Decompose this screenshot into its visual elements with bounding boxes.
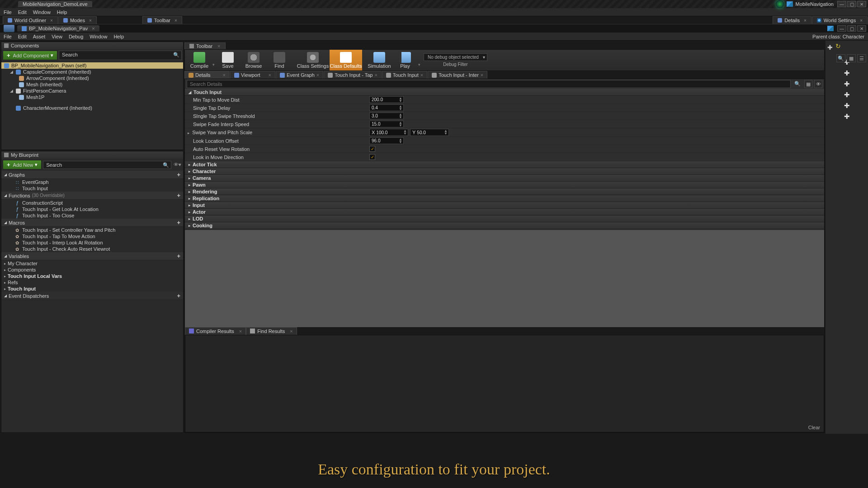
debug-object-dropdown[interactable]: No debug object selected xyxy=(424,53,487,61)
bp-search-button[interactable]: 🔍 xyxy=(836,54,845,62)
level-document-tab[interactable]: MobileNavigation_DemoLeve xyxy=(18,1,92,7)
menu-file[interactable]: File xyxy=(4,9,12,15)
matrix-view-button[interactable]: ▦ xyxy=(804,80,812,88)
my-blueprint-header[interactable]: My Blueprint xyxy=(1,151,183,159)
variable-category[interactable]: Components xyxy=(1,267,183,273)
macro-item[interactable]: ✿Touch Input - Tap To Move Action xyxy=(1,233,183,239)
add-new-button[interactable]: Add New ▾ xyxy=(3,160,42,169)
graph-item[interactable]: ∷EventGraph xyxy=(1,179,183,185)
macro-item[interactable]: ✿Touch Input - Interp Look At Rotation xyxy=(1,239,183,246)
bp-grid-view-button[interactable]: ▦ xyxy=(847,54,856,62)
tab-details[interactable]: Details× xyxy=(773,16,811,24)
tab-touch-input[interactable]: Touch Input× xyxy=(382,71,427,79)
checkbox[interactable] xyxy=(369,146,375,152)
add-component-button[interactable]: Add Component ▾ xyxy=(3,51,57,60)
add-button[interactable]: ✚ xyxy=(827,44,833,51)
menu-window[interactable]: Window xyxy=(33,9,51,15)
component-item[interactable]: ◢CharacterMovement (Inherited) xyxy=(1,105,183,111)
details-search-input[interactable] xyxy=(187,80,791,88)
category-variables[interactable]: Variables+ xyxy=(1,252,183,260)
tab-modes[interactable]: Modes× xyxy=(58,16,97,24)
variable-category[interactable]: Touch Input xyxy=(1,286,183,292)
component-item[interactable]: ◢FirstPersonCamera xyxy=(1,88,183,94)
category-character[interactable]: Character xyxy=(185,168,824,175)
eye-button[interactable]: 👁 xyxy=(814,80,822,88)
category-macros[interactable]: Macros+ xyxy=(1,219,183,227)
components-header[interactable]: Components xyxy=(1,42,183,49)
play-dropdown[interactable]: ▾ xyxy=(418,62,420,67)
close-icon[interactable]: × xyxy=(481,72,483,78)
macro-item[interactable]: ✿Touch Input - Set Controller Yaw and Pi… xyxy=(1,227,183,233)
add-dispatcher-button[interactable]: + xyxy=(177,292,180,299)
refresh-icon[interactable]: ↻ xyxy=(835,42,841,52)
close-icon[interactable]: × xyxy=(420,72,423,78)
category-graphs[interactable]: Graphs+ xyxy=(1,171,183,179)
flag-icon[interactable] xyxy=(827,26,834,31)
bp-menu-edit[interactable]: Edit xyxy=(18,34,27,39)
bp-menu-debug[interactable]: Debug xyxy=(69,34,83,39)
category-replication[interactable]: Replication xyxy=(185,195,824,202)
tab-details[interactable]: Details× xyxy=(184,71,230,79)
bp-close-button[interactable]: ✕ xyxy=(857,25,866,32)
bp-maximize-button[interactable]: ▢ xyxy=(847,25,856,32)
bp-document-tab[interactable]: BP_MobileNavigation_Pav× xyxy=(17,25,99,32)
category-camera[interactable]: Camera xyxy=(185,175,824,182)
menu-help[interactable]: Help xyxy=(57,9,67,15)
close-icon[interactable]: × xyxy=(316,72,319,78)
menu-edit[interactable]: Edit xyxy=(18,9,27,15)
close-button[interactable]: ✕ xyxy=(857,1,866,7)
category-actor-tick[interactable]: Actor Tick xyxy=(185,161,824,168)
browse-button[interactable]: Browse xyxy=(241,50,266,70)
tab-touch-tap[interactable]: Touch Input - Tap× xyxy=(324,71,382,79)
add-macro-button[interactable]: + xyxy=(177,219,180,226)
class-defaults-button[interactable]: Class Defaults xyxy=(330,50,362,70)
tab-world-settings[interactable]: World Settings× xyxy=(812,16,868,24)
component-item[interactable]: ◢CapsuleComponent (Inherited) xyxy=(1,69,183,75)
visibility-toggle[interactable]: 👁▾ xyxy=(173,162,182,168)
add-button[interactable]: ✚ xyxy=(827,91,866,99)
tab-find-results[interactable]: Find Results× xyxy=(246,327,297,335)
add-variable-button[interactable]: + xyxy=(177,253,180,259)
tab-compiler-results[interactable]: Compiler Results× xyxy=(185,327,246,335)
close-icon[interactable]: × xyxy=(269,72,271,78)
close-icon[interactable]: × xyxy=(223,72,226,78)
category-cooking[interactable]: Cooking xyxy=(185,222,824,229)
add-button[interactable]: ✚ xyxy=(827,80,866,88)
bp-menu-asset[interactable]: Asset xyxy=(33,34,46,39)
component-item[interactable]: ArrowComponent (Inherited) xyxy=(1,75,183,81)
close-icon[interactable]: × xyxy=(860,18,863,23)
checkbox[interactable] xyxy=(369,154,375,160)
macro-item[interactable]: ✿Touch Input - Check Auto Reset Viewrot xyxy=(1,246,183,252)
bp-menu-window[interactable]: Window xyxy=(90,34,107,39)
close-icon[interactable]: × xyxy=(217,43,220,49)
close-icon[interactable]: × xyxy=(89,18,92,23)
number-field[interactable]: 15.0▲▼ xyxy=(369,121,404,127)
number-field[interactable]: 200.0▲▼ xyxy=(369,96,404,103)
bp-minimize-button[interactable]: — xyxy=(837,25,846,32)
variable-category[interactable]: My Character xyxy=(1,260,183,267)
minimize-button[interactable]: — xyxy=(837,1,846,7)
source-control-status[interactable]: MobileNavigation xyxy=(776,0,834,8)
component-item[interactable]: Mesh (Inherited) xyxy=(1,81,183,88)
category-touch-input[interactable]: Touch Input xyxy=(185,89,824,96)
close-icon[interactable]: × xyxy=(290,328,292,334)
add-button[interactable]: ✚ xyxy=(827,102,866,110)
tab-event-graph[interactable]: Event Graph× xyxy=(276,71,323,79)
number-field[interactable]: X100.0▲▼ xyxy=(369,129,408,136)
category-functions[interactable]: Functions(30 Overridable)+ xyxy=(1,192,183,200)
tab-toolbar[interactable]: Toolbar× xyxy=(184,42,226,49)
add-function-button[interactable]: + xyxy=(177,192,180,199)
bp-menu-help[interactable]: Help xyxy=(113,34,124,39)
tab-touch-inter[interactable]: Touch Input - Inter× xyxy=(428,71,487,79)
function-item[interactable]: ƒTouch Input - Too Close xyxy=(1,212,183,219)
graph-item[interactable]: ∷Touch Input xyxy=(1,185,183,192)
tab-toolbar[interactable]: Toolbar× xyxy=(142,16,182,24)
category-dispatchers[interactable]: Event Dispatchers+ xyxy=(1,292,183,300)
simulation-button[interactable]: Simulation xyxy=(367,50,392,70)
compile-dropdown[interactable]: ▾ xyxy=(212,62,215,67)
close-icon[interactable]: × xyxy=(374,72,377,78)
class-settings-button[interactable]: Class Settings xyxy=(297,50,329,70)
variable-category[interactable]: Refs xyxy=(1,279,183,286)
close-icon[interactable]: × xyxy=(175,18,177,23)
number-field[interactable]: 3.0▲▼ xyxy=(369,113,404,119)
